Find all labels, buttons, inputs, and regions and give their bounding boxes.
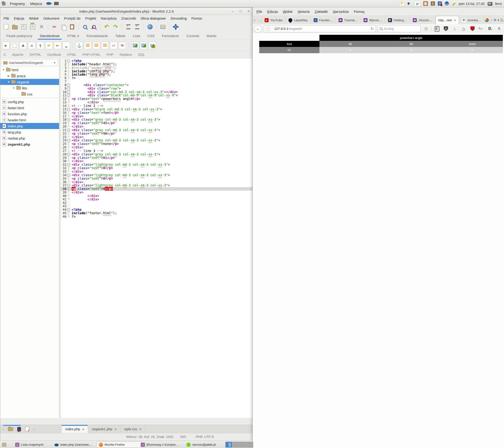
menu-pomoc[interactable]: Pomoc (352, 9, 367, 14)
code-line-1[interactable]: 1−<?php (60, 59, 253, 63)
quickbar-tab-formularze[interactable]: Formularze (158, 33, 183, 40)
code-line-9[interactable]: 9− <div class="row"> (60, 87, 253, 90)
close-tab-icon[interactable]: × (454, 18, 456, 22)
menu-zencoding[interactable]: Zencoding (168, 16, 189, 21)
fold-collapse-icon[interactable]: − (67, 91, 70, 93)
tree-item-praca[interactable]: ▶praca (0, 73, 59, 79)
code-line-24[interactable]: 24−<div class="grey col-md-3 col-sm-3 co… (60, 139, 253, 142)
code-editor[interactable]: 1−<?php2│include("header.html");3│#inclu… (60, 58, 253, 418)
code-line-39[interactable]: 39└</div> (60, 191, 253, 194)
code-line-36[interactable]: 36└</div> (60, 180, 253, 184)
redo-icon[interactable] (111, 23, 120, 31)
prev-arrow-icon[interactable]: ‹ (2, 427, 4, 431)
media-player-launcher-icon[interactable] (54, 2, 59, 5)
save-icon[interactable] (20, 23, 28, 31)
lang-tab-replace[interactable]: Replace (120, 53, 132, 56)
fold-collapse-icon[interactable]: − (67, 163, 70, 166)
undo-icon[interactable] (103, 23, 111, 31)
file-item-footer-html[interactable]: footer.html (0, 105, 59, 111)
fold-collapse-icon[interactable]: − (67, 208, 70, 211)
code-line-35[interactable]: 35│<p class="text">0</p> (60, 177, 253, 180)
fold-marker[interactable]: − (67, 139, 71, 142)
clock[interactable]: pon 13 lut, 17:42 (459, 2, 485, 6)
glipper-tray-icon[interactable]: G (431, 1, 435, 6)
downloads-icon[interactable]: ↓ (451, 25, 458, 32)
code-line-42[interactable]: 42 (60, 201, 253, 205)
menu-pomoc[interactable]: Pomoc (189, 16, 204, 21)
save-as-icon[interactable] (29, 23, 37, 31)
shield-addon-icon[interactable]: V (442, 25, 450, 32)
screenshot-addon-icon[interactable]: ✎▾ (478, 25, 485, 32)
multi-thumbnail-icon[interactable] (149, 42, 156, 49)
code-line-41[interactable]: 41└ </div> (60, 198, 253, 201)
expander-icon[interactable]: ▼ (7, 80, 10, 83)
code-line-12[interactable]: 12│<p class="text">powerbars angle</p> (60, 97, 253, 101)
browser-tab-youtube[interactable]: YouTube (262, 16, 286, 24)
browser-tab-ruszto[interactable]: „Ruszto… (410, 16, 435, 24)
lang-tab-sql[interactable]: SQL (138, 53, 145, 56)
expander-icon[interactable]: ▶ (7, 74, 10, 77)
close-tab-icon[interactable]: × (82, 428, 84, 431)
code-line-8[interactable]: 8− <div class="container"> (60, 83, 253, 87)
menu-plik[interactable]: Plik (254, 9, 264, 14)
menu-dokument[interactable]: Dokument (41, 16, 61, 21)
bookmarks-tab-icon[interactable] (17, 427, 21, 431)
bluefish-launcher-icon[interactable] (46, 2, 51, 5)
browser-tab-[interactable]: … (256, 16, 262, 24)
minimize-button[interactable]: – (231, 9, 234, 13)
panel-menu-programy[interactable]: Programy (9, 1, 26, 6)
fold-collapse-icon[interactable]: − (67, 94, 70, 97)
code-line-26[interactable]: 26└</div> (60, 146, 253, 149)
doc-tab-index-php[interactable]: index.php× (62, 425, 88, 433)
replace-icon[interactable] (90, 23, 98, 31)
preview-browser-icon[interactable] (146, 23, 154, 31)
taskbar-item-ramzes-jabbi-pl[interactable]: ramzes@jabbi.pl (184, 442, 222, 448)
nbsp-icon[interactable] (63, 42, 70, 49)
code-line-3[interactable]: 3│#include("navbar.php"); (60, 66, 253, 70)
code-line-19[interactable]: 19│<p class="text">45</p> (60, 121, 253, 125)
expander-icon[interactable]: ▼ (12, 87, 15, 89)
browser-tab-liquidsky[interactable]: LiquidSky (286, 16, 311, 24)
maximize-button[interactable]: □ (239, 9, 242, 13)
menu-historia[interactable]: Historia (296, 9, 311, 14)
lang-tab-apache[interactable]: Apache (12, 53, 23, 56)
fold-marker[interactable]: − (67, 108, 71, 111)
italic-icon[interactable] (28, 42, 36, 49)
quickbar-tab-lista[interactable]: Lista (129, 33, 144, 40)
doc-tab-zegarek1-php[interactable]: zegarek1.php× (88, 425, 120, 433)
code-line-37[interactable]: 37−<div class="lightgrey col-md-3 col-sm… (60, 184, 253, 187)
code-line-15[interactable]: 15−<div class="black col-md-3 col-sm-3 c… (60, 108, 253, 111)
workspace-2[interactable] (233, 442, 239, 448)
menu-narz-dzia[interactable]: Narzędzia (331, 9, 351, 14)
comment-icon[interactable] (110, 42, 117, 49)
fold-collapse-icon[interactable]: − (67, 129, 70, 132)
bluetooth-icon[interactable]: B (438, 1, 442, 6)
reload-icon[interactable]: ↻ (371, 27, 374, 31)
file-item-config-php[interactable]: config.php (0, 99, 59, 105)
quickbar-tab-standardowe[interactable]: Standardowe (36, 33, 63, 40)
quickbar-tab-formatowanie[interactable]: Formatowanie (83, 33, 112, 40)
bluefish-titlebar[interactable]: index.php (/var/www/html/zegarek/index.p… (0, 8, 253, 15)
fold-marker[interactable]: − (67, 118, 71, 121)
volume-icon[interactable] (407, 1, 412, 6)
tree-item-css[interactable]: css (0, 91, 59, 97)
user-name[interactable]: fervi (495, 2, 502, 6)
close-button[interactable]: × (247, 9, 250, 13)
center-icon[interactable] (84, 42, 91, 49)
menu-projekt[interactable]: Projekt (83, 16, 98, 21)
code-line-4[interactable]: 4│include("config.php"); (60, 70, 253, 73)
code-line-18[interactable]: 18−<div class="grey col-md-3 col-sm-3 co… (60, 118, 253, 121)
menu-narz-dzia[interactable]: Narzędzia (99, 16, 119, 21)
fold-marker[interactable]: − (67, 184, 71, 187)
fold-marker[interactable]: − (67, 93, 71, 97)
doc-new-icon[interactable] (2, 23, 10, 31)
code-line-5[interactable]: 5│include("lang.php"); (60, 73, 253, 76)
lang-tab-c[interactable]: C (3, 53, 6, 56)
scroll-tabs-left-button[interactable]: ‹ (253, 16, 256, 24)
code-line-30[interactable]: 30└</div> (60, 159, 253, 163)
stylish-icon[interactable]: S (496, 25, 503, 32)
justify-icon[interactable] (101, 42, 109, 49)
fold-collapse-icon[interactable]: − (67, 108, 70, 111)
browser-tab-facebo[interactable]: Facebo… (311, 16, 336, 24)
code-line-20[interactable]: 20└</div> (60, 125, 253, 128)
